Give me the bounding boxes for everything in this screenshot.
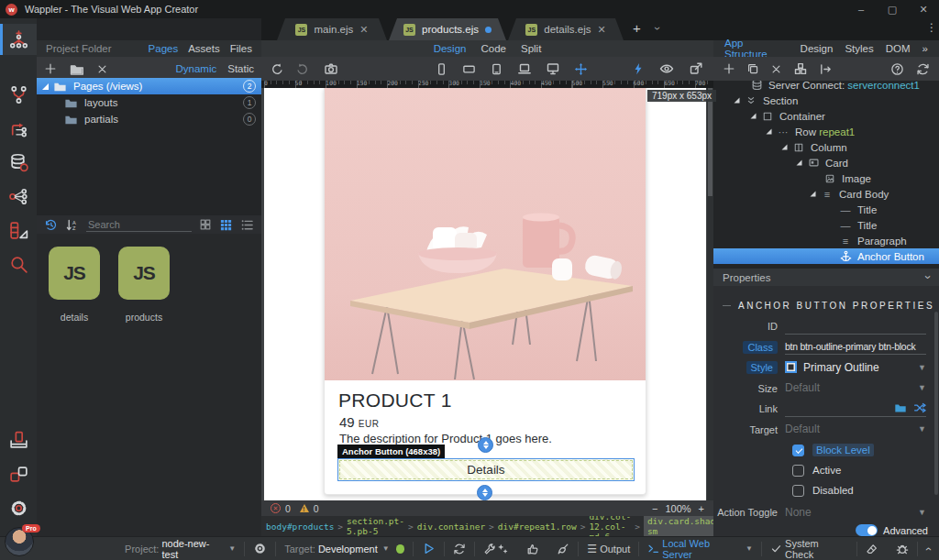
tab-details-ejs[interactable]: JS details.ejs ✕: [508, 18, 624, 40]
view-design[interactable]: Design: [434, 43, 467, 54]
device-landscape-icon[interactable]: [462, 61, 476, 76]
run-icon[interactable]: [422, 542, 436, 555]
product-card[interactable]: PRODUCT 1 49 EUR The description for Pro…: [324, 88, 646, 495]
device-tablet-icon[interactable]: [490, 61, 503, 76]
tab-pages[interactable]: Pages: [149, 43, 179, 54]
link-input[interactable]: [785, 401, 926, 417]
panel-more-icon[interactable]: »: [922, 43, 928, 54]
rail-extensions-icon[interactable]: [0, 458, 37, 489]
redo-icon[interactable]: [295, 62, 309, 76]
tab-main-ejs[interactable]: JS main.ejs ✕: [277, 18, 387, 40]
delete-element-icon[interactable]: [770, 63, 782, 75]
expander-icon[interactable]: [797, 160, 802, 166]
refresh-structure-icon[interactable]: [916, 62, 930, 76]
breadcrumb-item[interactable]: div.container: [417, 522, 485, 532]
tree-item-row-repeat1[interactable]: ··· Row repeat1: [713, 124, 939, 139]
advanced-toggle[interactable]: Advanced: [856, 524, 928, 536]
expander-icon[interactable]: [751, 114, 757, 119]
tree-item-paragraph[interactable]: ≡ Paragraph: [713, 233, 939, 248]
project-selector[interactable]: node-new-test: [161, 538, 224, 560]
expander-icon[interactable]: [782, 145, 788, 150]
system-check-label[interactable]: System Check: [785, 538, 848, 560]
tab-products-ejs[interactable]: JS products.ejs: [389, 18, 506, 40]
tree-item-image[interactable]: Image: [713, 170, 939, 186]
tree-item-card-body[interactable]: ≡ Card Body: [713, 186, 939, 202]
properties-header[interactable]: Properties ›: [713, 269, 939, 286]
delete-file-icon[interactable]: [96, 63, 108, 75]
tree-item-card[interactable]: Card: [713, 155, 939, 170]
rail-globals-icon[interactable]: [0, 79, 37, 110]
view-grid-small-icon[interactable]: [199, 218, 212, 231]
file-thumb-products[interactable]: JS: [118, 247, 170, 300]
breadcrumb-item[interactable]: section.pt-5.pb-5: [347, 516, 404, 536]
device-phone-icon[interactable]: [435, 61, 448, 76]
target-select[interactable]: Default ▼: [785, 422, 926, 437]
properties-scrollbar[interactable]: [934, 312, 938, 495]
size-select[interactable]: Default ▼: [785, 380, 926, 396]
browse-folder-icon[interactable]: [894, 401, 907, 414]
check-active[interactable]: Active: [713, 460, 939, 480]
tree-item-layouts[interactable]: layouts 1: [37, 94, 261, 111]
design-canvas[interactable]: PRODUCT 1 49 EUR The description for Pro…: [261, 88, 713, 500]
check-disabled[interactable]: Disabled: [713, 480, 939, 500]
new-folder-icon[interactable]: [70, 62, 83, 76]
breadcrumb-item[interactable]: div#repeat1.row: [498, 522, 577, 532]
screenshot-icon[interactable]: [324, 61, 338, 76]
tab-list-chevron-icon[interactable]: ›: [651, 27, 664, 30]
sort-az-icon[interactable]: [65, 218, 79, 232]
dropdown-chevron-icon[interactable]: ▼: [382, 544, 390, 553]
tree-item-pages-views[interactable]: Pages (/views) 2: [37, 78, 261, 94]
dynamic-data-icon[interactable]: [632, 61, 645, 76]
rail-install-icon[interactable]: [0, 424, 37, 456]
duplicate-element-icon[interactable]: [746, 62, 759, 75]
breadcrumb-item[interactable]: body#products: [266, 522, 334, 532]
expander-icon[interactable]: [42, 83, 49, 90]
restart-icon[interactable]: [453, 543, 466, 555]
build-tools-icon[interactable]: [483, 543, 496, 555]
open-browser-icon[interactable]: [689, 61, 703, 76]
system-check-icon[interactable]: [770, 543, 782, 555]
style-label[interactable]: Style: [746, 361, 778, 374]
project-settings-icon[interactable]: [253, 542, 267, 555]
view-split[interactable]: Split: [521, 43, 541, 54]
debug-icon[interactable]: [896, 543, 909, 555]
zoom-out-button[interactable]: −: [652, 503, 657, 514]
dynamic-link-icon[interactable]: [913, 401, 926, 414]
free-resize-icon[interactable]: [574, 61, 588, 76]
expander-icon[interactable]: [735, 98, 740, 104]
expander-icon[interactable]: [811, 192, 816, 197]
product-image[interactable]: [325, 88, 646, 380]
product-description[interactable]: The description for Product 1 goes here.: [339, 432, 552, 445]
tree-item-server-connect[interactable]: Server Connect: serverconnect1: [713, 81, 939, 93]
view-code[interactable]: Code: [481, 43, 506, 54]
maximize-button[interactable]: ▢: [877, 0, 908, 18]
breadcrumb-item[interactable]: div.col-12.col-md-6: [589, 516, 631, 536]
tree-item-partials[interactable]: partials 0: [37, 111, 261, 127]
rail-settings-icon[interactable]: [0, 492, 37, 523]
rail-api-icon[interactable]: [0, 181, 37, 212]
tree-item-anchor-button[interactable]: Anchor Button: [713, 248, 939, 264]
components-icon[interactable]: [793, 61, 808, 76]
view-grid-large-icon[interactable]: [219, 218, 233, 232]
resize-handle-top[interactable]: [478, 437, 493, 453]
details-button[interactable]: Details: [337, 458, 635, 481]
class-label[interactable]: Class: [743, 341, 778, 354]
output-menu-icon[interactable]: ☰: [587, 543, 597, 555]
rail-database-icon[interactable]: [0, 147, 37, 178]
format-icon[interactable]: [496, 543, 509, 555]
add-file-icon[interactable]: [44, 62, 57, 75]
tree-item-column[interactable]: Column: [713, 139, 939, 155]
feedback-icon[interactable]: [526, 543, 539, 555]
eraser-icon[interactable]: [866, 543, 878, 555]
target-selector[interactable]: Development: [318, 544, 378, 555]
rail-app-connect-icon[interactable]: [0, 24, 37, 55]
tab-close-icon[interactable]: ✕: [359, 24, 368, 36]
terminal-icon[interactable]: [647, 543, 659, 555]
tree-item-section[interactable]: Section: [713, 93, 939, 108]
style-select[interactable]: Primary Outline ▼: [785, 360, 926, 376]
search-input[interactable]: [86, 218, 192, 232]
resize-handle-bottom[interactable]: [477, 485, 492, 500]
view-list-icon[interactable]: [240, 218, 254, 232]
move-into-icon[interactable]: [819, 62, 833, 76]
rendered-page[interactable]: PRODUCT 1 49 EUR The description for Pro…: [264, 88, 706, 500]
